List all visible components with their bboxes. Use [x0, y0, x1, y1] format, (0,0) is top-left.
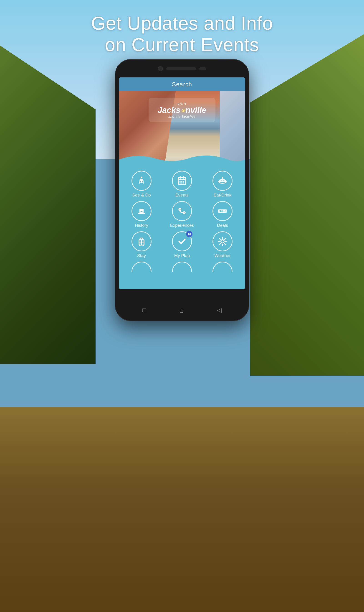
menu-item-see-do[interactable]: See & Do — [122, 171, 161, 198]
phone-frame: Search visit Jacks☀nville and the Beache… — [115, 59, 249, 321]
history-label: History — [135, 223, 148, 228]
menu-item-experiences[interactable]: A B Experiences — [163, 201, 201, 228]
partial-circle-2 — [172, 262, 192, 272]
stay-icon-circle — [131, 231, 152, 251]
app-logo: visit Jacks☀nville and the Beaches — [149, 98, 215, 122]
menu-item-history[interactable]: History — [122, 201, 161, 228]
menu-item-events[interactable]: Events — [163, 171, 201, 198]
checkmark-icon — [177, 236, 187, 246]
svg-line-34 — [220, 238, 221, 239]
deals-icon-circle — [212, 201, 233, 221]
events-icon-circle — [172, 171, 192, 191]
phone-screen: Search visit Jacks☀nville and the Beache… — [119, 77, 245, 289]
phone-top-hardware — [143, 66, 221, 72]
my-plan-badge: 16 — [186, 231, 193, 237]
partial-item-3 — [203, 262, 242, 272]
nav-back-icon[interactable]: ◁ — [217, 307, 221, 314]
svg-rect-10 — [183, 182, 184, 184]
svg-rect-5 — [180, 181, 181, 182]
my-plan-label: My Plan — [174, 253, 190, 258]
weather-icon-circle — [212, 231, 233, 251]
nav-square-icon[interactable]: □ — [143, 307, 146, 314]
logo-city-name: Jacks☀nville — [156, 106, 208, 114]
phone-bottom-nav: □ ⌂ ◁ — [119, 303, 245, 318]
svg-rect-7 — [183, 181, 184, 182]
search-label: Search — [172, 81, 192, 88]
header-line1: Get Updates and Info — [91, 13, 273, 33]
svg-point-16 — [141, 211, 142, 212]
svg-rect-8 — [180, 182, 181, 184]
stay-label: Stay — [137, 253, 146, 258]
eat-drink-label: Eat/Drink — [214, 193, 231, 198]
svg-rect-6 — [181, 181, 182, 182]
svg-rect-9 — [181, 182, 182, 184]
luggage-icon — [136, 236, 146, 246]
see-do-label: See & Do — [132, 193, 151, 198]
history-icon-circle — [131, 201, 152, 221]
svg-line-35 — [224, 243, 225, 244]
cloche-icon — [218, 176, 228, 186]
svg-point-27 — [139, 245, 140, 246]
svg-point-29 — [221, 240, 224, 243]
partial-item-2 — [163, 262, 201, 272]
experiences-icon-circle: A B — [172, 201, 192, 221]
header-line2: on Current Events — [105, 34, 259, 55]
hero-banner: visit Jacks☀nville and the Beaches — [119, 91, 245, 166]
weather-label: Weather — [214, 253, 231, 258]
svg-point-28 — [143, 245, 143, 246]
nav-home-icon[interactable]: ⌂ — [180, 306, 183, 314]
route-icon: A B — [177, 206, 187, 216]
deals-label: Deals — [217, 223, 228, 228]
experiences-label: Experiences — [170, 223, 194, 228]
ticket-icon — [218, 206, 228, 216]
wave-divider — [119, 153, 245, 166]
person-walking-icon — [136, 176, 146, 186]
svg-point-15 — [140, 209, 143, 210]
svg-text:A: A — [179, 209, 181, 210]
top-hat-icon — [136, 206, 146, 216]
menu-item-deals[interactable]: Deals — [203, 201, 242, 228]
eat-drink-icon-circle — [212, 171, 233, 191]
menu-grid-partial — [119, 260, 245, 275]
svg-line-37 — [220, 243, 221, 244]
svg-point-12 — [222, 177, 223, 178]
phone-speaker — [166, 67, 196, 70]
logo-subtitle: and the Beaches — [156, 115, 208, 118]
my-plan-icon-circle: 16 — [172, 231, 192, 251]
menu-item-stay[interactable]: Stay — [122, 231, 161, 258]
menu-item-eat-drink[interactable]: Eat/Drink — [203, 171, 242, 198]
partial-item-1 — [122, 262, 161, 272]
calendar-icon — [177, 176, 187, 186]
header-text: Get Updates and Info on Current Events — [91, 13, 273, 55]
logo-sun-icon: ☀ — [181, 108, 185, 114]
svg-rect-13 — [138, 213, 145, 214]
see-do-icon-circle — [131, 171, 152, 191]
menu-item-my-plan[interactable]: 16 My Plan — [163, 231, 201, 258]
menu-grid: See & Do — [119, 166, 245, 260]
partial-circle-3 — [212, 262, 233, 272]
partial-circle-1 — [131, 262, 152, 272]
svg-line-36 — [224, 238, 225, 239]
phone-sensor — [199, 67, 206, 70]
menu-item-weather[interactable]: Weather — [203, 231, 242, 258]
events-label: Events — [175, 193, 189, 198]
sun-icon — [218, 236, 228, 246]
grass-field — [0, 407, 364, 612]
phone-camera — [158, 66, 163, 71]
search-bar[interactable]: Search — [119, 77, 245, 91]
svg-point-0 — [141, 177, 142, 178]
